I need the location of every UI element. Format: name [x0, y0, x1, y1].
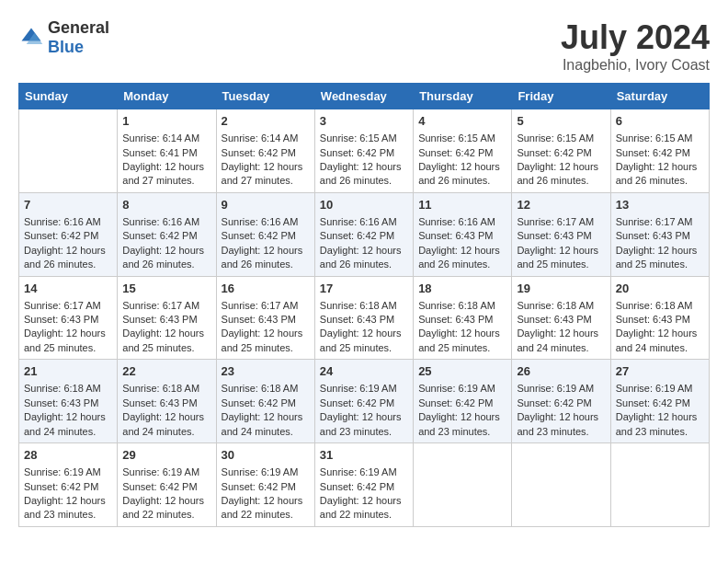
logo: General Blue	[18, 18, 109, 57]
sunrise-text: Sunrise: 6:17 AM	[122, 300, 199, 311]
sunset-text: Sunset: 6:42 PM	[616, 397, 690, 408]
day-number: 26	[517, 363, 605, 380]
daylight-text: Daylight: 12 hours and 25 minutes.	[418, 327, 500, 352]
day-number: 29	[122, 447, 210, 464]
calendar-cell: 11Sunrise: 6:16 AMSunset: 6:43 PMDayligh…	[414, 192, 512, 276]
calendar-row: 14Sunrise: 6:17 AMSunset: 6:43 PMDayligh…	[19, 276, 710, 360]
daylight-text: Daylight: 12 hours and 24 minutes.	[517, 327, 598, 352]
sunset-text: Sunset: 6:42 PM	[24, 481, 98, 492]
sunrise-text: Sunrise: 6:18 AM	[24, 383, 101, 394]
day-number: 11	[418, 197, 506, 213]
calendar-body: 1Sunrise: 6:14 AMSunset: 6:41 PMDaylight…	[19, 109, 710, 527]
day-number: 1	[122, 113, 210, 130]
calendar-cell: 5Sunrise: 6:15 AMSunset: 6:42 PMDaylight…	[512, 109, 610, 193]
calendar-row: 21Sunrise: 6:18 AMSunset: 6:43 PMDayligh…	[19, 360, 710, 443]
sunset-text: Sunset: 6:42 PM	[616, 147, 690, 158]
sunset-text: Sunset: 6:42 PM	[122, 230, 197, 241]
day-number: 7	[24, 197, 112, 213]
header-day: Saturday	[610, 84, 709, 109]
logo-text: General Blue	[48, 18, 109, 57]
calendar-cell: 27Sunrise: 6:19 AMSunset: 6:42 PMDayligh…	[610, 360, 709, 443]
daylight-text: Daylight: 12 hours and 22 minutes.	[222, 495, 303, 520]
calendar-cell: 7Sunrise: 6:16 AMSunset: 6:42 PMDaylight…	[19, 192, 118, 276]
sunrise-text: Sunrise: 6:16 AM	[418, 216, 495, 227]
sunrise-text: Sunrise: 6:15 AM	[418, 132, 495, 144]
daylight-text: Daylight: 12 hours and 26 minutes.	[418, 245, 500, 270]
sunset-text: Sunset: 6:42 PM	[222, 397, 296, 408]
sunset-text: Sunset: 6:43 PM	[222, 314, 296, 325]
calendar-cell: 20Sunrise: 6:18 AMSunset: 6:43 PMDayligh…	[610, 276, 709, 360]
sunrise-text: Sunrise: 6:19 AM	[222, 466, 299, 477]
day-number: 30	[222, 447, 310, 464]
calendar-cell: 6Sunrise: 6:15 AMSunset: 6:42 PMDaylight…	[610, 109, 709, 193]
calendar-cell: 15Sunrise: 6:17 AMSunset: 6:43 PMDayligh…	[118, 276, 216, 360]
sunrise-text: Sunrise: 6:15 AM	[517, 132, 594, 144]
daylight-text: Daylight: 12 hours and 26 minutes.	[320, 161, 402, 186]
daylight-text: Daylight: 12 hours and 23 minutes.	[418, 411, 500, 436]
daylight-text: Daylight: 12 hours and 25 minutes.	[517, 245, 598, 270]
calendar-cell	[610, 443, 709, 527]
sunset-text: Sunset: 6:43 PM	[320, 314, 394, 325]
daylight-text: Daylight: 12 hours and 24 minutes.	[24, 411, 106, 436]
sunrise-text: Sunrise: 6:16 AM	[222, 216, 299, 227]
calendar-cell	[414, 443, 512, 527]
sunset-text: Sunset: 6:43 PM	[24, 397, 98, 408]
daylight-text: Daylight: 12 hours and 24 minutes.	[122, 411, 204, 436]
calendar-cell: 17Sunrise: 6:18 AMSunset: 6:43 PMDayligh…	[314, 276, 413, 360]
day-number: 22	[122, 363, 210, 380]
day-number: 12	[517, 197, 605, 213]
sunrise-text: Sunrise: 6:18 AM	[616, 300, 693, 311]
daylight-text: Daylight: 12 hours and 26 minutes.	[24, 245, 106, 270]
sunrise-text: Sunrise: 6:16 AM	[320, 216, 397, 227]
day-number: 27	[616, 363, 704, 380]
sunrise-text: Sunrise: 6:18 AM	[418, 300, 495, 311]
sunrise-text: Sunrise: 6:17 AM	[616, 216, 693, 227]
sunrise-text: Sunrise: 6:18 AM	[222, 383, 299, 394]
day-number: 19	[517, 281, 605, 297]
sunrise-text: Sunrise: 6:16 AM	[122, 216, 199, 227]
day-number: 5	[517, 113, 605, 130]
calendar-cell: 9Sunrise: 6:16 AMSunset: 6:42 PMDaylight…	[216, 192, 314, 276]
sunset-text: Sunset: 6:41 PM	[122, 147, 197, 158]
calendar-row: 7Sunrise: 6:16 AMSunset: 6:42 PMDaylight…	[19, 192, 710, 276]
month-title: July 2024	[561, 18, 710, 57]
calendar-cell: 25Sunrise: 6:19 AMSunset: 6:42 PMDayligh…	[414, 360, 512, 443]
sunset-text: Sunset: 6:42 PM	[122, 481, 197, 492]
day-number: 25	[418, 363, 506, 380]
sunrise-text: Sunrise: 6:16 AM	[24, 216, 101, 227]
header-row: SundayMondayTuesdayWednesdayThursdayFrid…	[19, 84, 710, 109]
sunrise-text: Sunrise: 6:17 AM	[24, 300, 101, 311]
daylight-text: Daylight: 12 hours and 22 minutes.	[320, 495, 402, 520]
calendar-cell: 22Sunrise: 6:18 AMSunset: 6:43 PMDayligh…	[118, 360, 216, 443]
daylight-text: Daylight: 12 hours and 26 minutes.	[122, 245, 204, 270]
calendar-row: 28Sunrise: 6:19 AMSunset: 6:42 PMDayligh…	[19, 443, 710, 527]
sunset-text: Sunset: 6:43 PM	[418, 314, 493, 325]
sunrise-text: Sunrise: 6:18 AM	[122, 383, 199, 394]
sunset-text: Sunset: 6:43 PM	[24, 314, 98, 325]
day-number: 14	[24, 281, 112, 297]
daylight-text: Daylight: 12 hours and 23 minutes.	[517, 411, 598, 436]
sunrise-text: Sunrise: 6:15 AM	[616, 132, 693, 144]
sunrise-text: Sunrise: 6:15 AM	[320, 132, 397, 144]
daylight-text: Daylight: 12 hours and 25 minutes.	[616, 245, 698, 270]
daylight-text: Daylight: 12 hours and 26 minutes.	[320, 245, 402, 270]
calendar-cell: 26Sunrise: 6:19 AMSunset: 6:42 PMDayligh…	[512, 360, 610, 443]
title-area: July 2024 Inagbehio, Ivory Coast	[561, 18, 710, 74]
calendar-cell	[512, 443, 610, 527]
sunset-text: Sunset: 6:42 PM	[320, 481, 394, 492]
sunset-text: Sunset: 6:42 PM	[222, 481, 296, 492]
daylight-text: Daylight: 12 hours and 26 minutes.	[222, 245, 303, 270]
day-number: 9	[222, 197, 310, 213]
sunset-text: Sunset: 6:42 PM	[418, 147, 493, 158]
sunset-text: Sunset: 6:43 PM	[122, 397, 197, 408]
sunrise-text: Sunrise: 6:14 AM	[222, 132, 299, 144]
day-number: 20	[616, 281, 704, 297]
day-number: 2	[222, 113, 310, 130]
logo-blue: Blue	[48, 38, 84, 56]
day-number: 18	[418, 281, 506, 297]
day-number: 21	[24, 363, 112, 380]
header-day: Friday	[512, 84, 610, 109]
sunrise-text: Sunrise: 6:19 AM	[418, 383, 495, 394]
calendar-cell: 28Sunrise: 6:19 AMSunset: 6:42 PMDayligh…	[19, 443, 118, 527]
day-number: 3	[320, 113, 408, 130]
